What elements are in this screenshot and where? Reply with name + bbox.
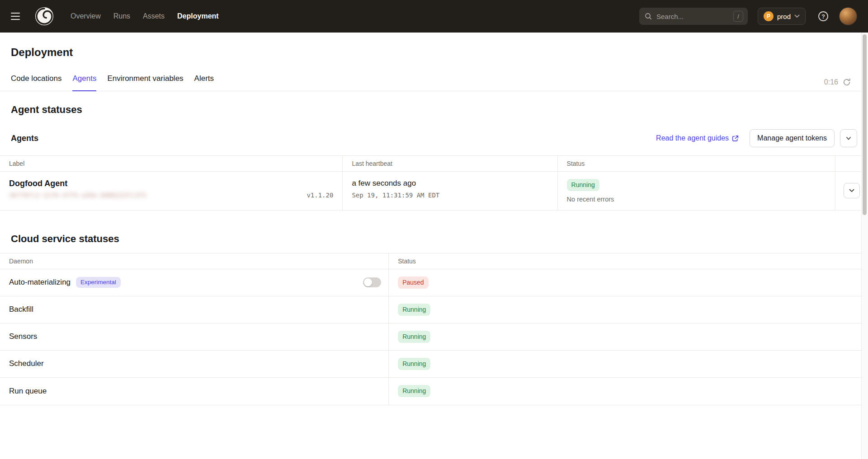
daemon-status-badge: Running (398, 331, 430, 343)
daemon-row-sensors: Sensors Running (0, 323, 868, 351)
help-button[interactable]: ? (817, 10, 829, 22)
nav-item-overview[interactable]: Overview (71, 12, 101, 20)
nav-item-runs[interactable]: Runs (113, 12, 130, 20)
column-header-status: Status (558, 156, 835, 171)
refresh-timer: 0:16 (824, 78, 838, 86)
external-link-icon (732, 135, 739, 142)
refresh-button[interactable] (843, 78, 851, 86)
agents-table: Label Last heartbeat Status Dogfood Agen… (0, 155, 868, 211)
agent-name: Dogfood Agent (9, 179, 333, 188)
daemon-name: Run queue (9, 387, 47, 396)
daemon-status-badge: Paused (398, 276, 428, 289)
daemon-status-badge: Running (398, 358, 430, 370)
heartbeat-relative: a few seconds ago (352, 179, 548, 188)
dagster-logo[interactable] (33, 5, 55, 27)
menu-icon[interactable] (11, 7, 29, 25)
agents-table-header: Label Last heartbeat Status (0, 156, 868, 172)
search-shortcut-key: / (733, 11, 743, 22)
top-navigation-bar: Overview Runs Assets Deployment / P prod… (0, 0, 868, 33)
agent-guides-link-label: Read the agent guides (656, 134, 729, 142)
user-avatar[interactable] (839, 7, 857, 25)
tab-environment-variables[interactable]: Environment variables (107, 74, 183, 91)
experimental-badge: Experimental (76, 277, 121, 288)
agent-guides-link[interactable]: Read the agent guides (656, 134, 739, 142)
nav-item-deployment[interactable]: Deployment (177, 12, 219, 20)
daemon-status-badge: Running (398, 385, 430, 397)
column-header-daemon: Daemon (0, 253, 389, 269)
column-header-label: Label (0, 156, 343, 171)
tab-alerts[interactable]: Alerts (194, 74, 214, 91)
agent-status-note: No recent errors (567, 196, 826, 203)
deployment-switcher[interactable]: P prod (758, 8, 806, 25)
daemon-name: Auto-materializing (9, 278, 71, 287)
chevron-down-icon (849, 189, 854, 192)
heartbeat-timestamp: Sep 19, 11:31:59 AM EDT (352, 192, 548, 199)
deployment-badge: P (764, 11, 774, 21)
daemon-row-scheduler: Scheduler Running (0, 351, 868, 378)
agents-subheading: Agents (11, 134, 656, 143)
search-input[interactable] (656, 13, 729, 20)
cloud-table-header: Daemon Status (0, 253, 868, 269)
agent-id-redacted: 367f87c2-31f6-47f9-a39e-b0862237c375 (9, 192, 146, 199)
column-header-last-heartbeat: Last heartbeat (343, 156, 557, 171)
page-scrollbar[interactable] (861, 33, 868, 459)
tab-agents[interactable]: Agents (72, 74, 96, 91)
agent-actions-dropdown-button[interactable] (840, 129, 857, 147)
chevron-down-icon (794, 14, 800, 18)
auto-materializing-toggle[interactable] (363, 277, 381, 287)
svg-text:?: ? (821, 14, 825, 20)
global-search[interactable]: / (639, 8, 748, 25)
deployment-name: prod (777, 13, 791, 20)
scrollbar-thumb[interactable] (863, 34, 867, 215)
agent-statuses-heading: Agent statuses (0, 91, 868, 116)
agent-version: v1.1.20 (307, 192, 333, 199)
daemon-row-run-queue: Run queue Running (0, 378, 868, 405)
column-header-status: Status (389, 253, 868, 269)
page-title: Deployment (0, 33, 868, 59)
help-icon: ? (817, 10, 829, 22)
caret-down-icon (846, 137, 851, 140)
expand-agent-row-button[interactable] (844, 183, 860, 198)
refresh-icon (843, 78, 851, 86)
agent-status-badge: Running (567, 179, 599, 191)
tabs-row: Code locations Agents Environment variab… (0, 74, 868, 91)
daemon-status-badge: Running (398, 304, 430, 316)
dagster-logo-icon (34, 6, 54, 26)
agent-row: Dogfood Agent 367f87c2-31f6-47f9-a39e-b0… (0, 172, 868, 210)
cloud-service-statuses-heading: Cloud service statuses (0, 211, 868, 245)
daemon-row-backfill: Backfill Running (0, 296, 868, 323)
nav-item-assets[interactable]: Assets (143, 12, 165, 20)
daemon-name: Scheduler (9, 359, 44, 368)
search-icon (645, 13, 652, 20)
daemon-name: Sensors (9, 332, 37, 341)
daemon-name: Backfill (9, 305, 33, 314)
primary-nav: Overview Runs Assets Deployment (71, 12, 219, 20)
agents-toolbar: Agents Read the agent guides Manage agen… (0, 116, 868, 155)
cloud-services-table: Daemon Status Auto-materializing Experim… (0, 253, 868, 405)
manage-agent-tokens-button[interactable]: Manage agent tokens (750, 129, 835, 147)
daemon-row-auto-materializing: Auto-materializing Experimental Paused (0, 269, 868, 296)
tab-code-locations[interactable]: Code locations (11, 74, 61, 91)
